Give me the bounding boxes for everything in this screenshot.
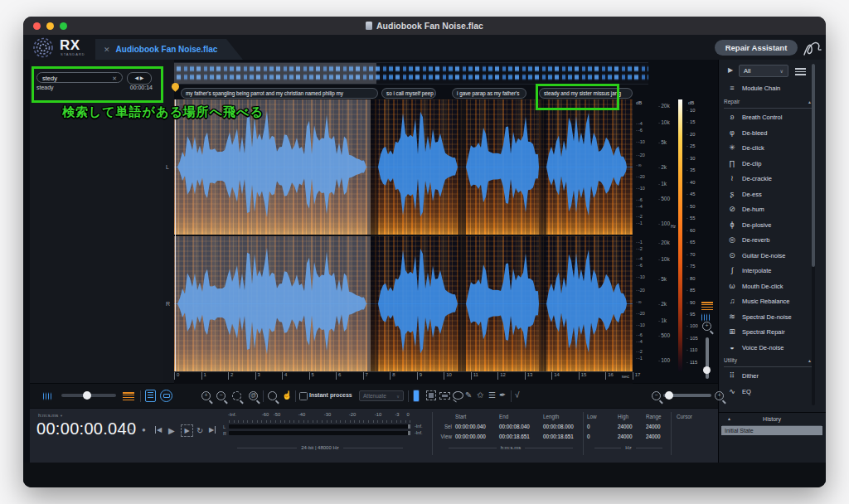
prev-result-icon[interactable]: ◀ (135, 75, 139, 80)
horizontal-zoom-slider[interactable] (663, 394, 711, 397)
spectrogram-view-icon[interactable] (701, 298, 712, 307)
module-item[interactable]: ♫Music Rebalance (719, 293, 817, 309)
skip-to-start-icon[interactable]: ◀ (155, 426, 162, 434)
meter-readout-left: -Inf. (415, 424, 422, 429)
time-ruler[interactable]: 01234567891011121314151617 sec (174, 371, 633, 384)
waveform-view-icon[interactable] (701, 310, 712, 318)
module-chain-item[interactable]: ≡Module Chain (719, 81, 817, 95)
magnify-tool-icon[interactable] (268, 391, 277, 400)
spectrogram-right-channel[interactable] (174, 236, 633, 371)
overview-selection[interactable] (170, 63, 376, 84)
time-format-select[interactable]: h:m:s.ms ▼ (38, 413, 63, 418)
module-item[interactable]: ⊘De-hum (719, 201, 817, 217)
selection-info-row: Sel 00:00:00.040 00:00:08.040 00:00:08.0… (434, 421, 583, 431)
search-clear-icon[interactable]: ✕ (112, 73, 117, 84)
module-icon: ◎ (725, 232, 739, 248)
module-item[interactable]: ʂDe-ess (719, 187, 817, 202)
module-item[interactable]: ∏De-clip (719, 156, 817, 172)
overview-minimap[interactable] (170, 62, 648, 85)
playhead[interactable] (175, 99, 176, 371)
module-item[interactable]: ωMouth De-click (719, 279, 817, 294)
skip-to-end-icon[interactable]: ▶ (209, 426, 216, 434)
brush-tool-icon[interactable]: ✎ (465, 390, 472, 400)
frequency-unit-label: Hz (590, 445, 667, 450)
time-selection-overlay[interactable] (174, 236, 371, 371)
signal-nodes-tool-icon[interactable]: √ (515, 390, 520, 400)
module-item[interactable]: ∫Interpolate (719, 263, 817, 279)
document-icon (366, 22, 372, 30)
module-panel-scrollbar[interactable] (812, 64, 815, 405)
module-item[interactable]: ≋Spectral De-noise (719, 309, 817, 325)
horizontal-zoom-out-icon[interactable]: − (652, 391, 661, 400)
transcript-caption[interactable]: so i call myself peep a (381, 88, 436, 99)
chevron-down-icon: ∨ (396, 391, 400, 401)
module-item[interactable]: ⊙Guitar De-noise (719, 248, 817, 264)
vertical-zoom-slider[interactable] (706, 337, 709, 379)
module-play-icon[interactable]: ▶ (728, 66, 733, 74)
file-tab[interactable]: ✕Audiobook Fan Noise.flac (95, 39, 243, 60)
app-name: RX (60, 37, 80, 54)
zoom-out-icon[interactable]: − (216, 391, 226, 400)
frequency-selection-tool[interactable] (439, 392, 450, 400)
module-item[interactable]: ⊞Spectral Repair (719, 324, 817, 340)
next-result-icon[interactable]: ▶ (140, 75, 144, 80)
search-prev-next-buttons[interactable]: ◀ ▶ (127, 72, 152, 85)
module-menu-icon[interactable] (795, 66, 806, 75)
zoom-selection-icon[interactable] (232, 391, 241, 400)
lasso-tool[interactable] (453, 391, 463, 400)
clip-list-icon[interactable] (145, 390, 156, 402)
zoom-fit-icon[interactable]: @ (249, 391, 258, 400)
time-frequency-selection-tool[interactable] (426, 390, 436, 400)
module-item[interactable]: ◎De-reverb (719, 232, 817, 248)
attenuate-select[interactable]: Attenuate∨ (359, 390, 404, 401)
status-bar: h:m:s.ms ▼ 00:00:00.040 ∩ ● ◀ ▶ ▶ ↻ ▶ -I… (30, 408, 718, 463)
playhead-time-display[interactable]: 00:00:00.040 (36, 419, 136, 439)
module-item[interactable]: ◒Voice De-noise (719, 340, 817, 356)
module-item[interactable]: ✳De-click (719, 140, 817, 156)
display-blend-slider[interactable] (61, 394, 116, 397)
time-selection-tool[interactable] (414, 390, 419, 401)
instant-process-checkbox[interactable] (299, 392, 308, 400)
transcript-caption[interactable]: steady and my sister missus jar g (539, 88, 633, 99)
module-item[interactable]: ∿EQ (719, 384, 817, 400)
amp-pen-tool-icon[interactable]: ✒ (499, 390, 506, 400)
result-time: 00:00:14 (130, 85, 153, 90)
loop-icon[interactable]: ↻ (196, 426, 203, 435)
repair-assistant-button[interactable]: Repair Assistant (715, 40, 798, 56)
search-result-row[interactable]: steady 00:00:14 (36, 85, 153, 93)
module-item[interactable]: ʚBreath Control (719, 109, 817, 125)
selection-info-table: Start End Length Sel 00:00:00.040 00:00:… (434, 411, 583, 441)
range-header: Range (646, 414, 671, 419)
zoom-in-icon[interactable]: + (201, 391, 211, 400)
transcript-caption[interactable]: i gave parap as my father's (452, 88, 526, 99)
play-selection-icon[interactable]: ▶ (181, 424, 193, 437)
signature-pen-icon[interactable] (802, 38, 823, 60)
comment-icon[interactable] (160, 390, 172, 402)
ruler-tick: 17 (633, 372, 660, 380)
module-item[interactable]: ⠿Dither (719, 368, 817, 384)
record-icon[interactable]: ● (142, 426, 146, 434)
utility-section-header[interactable]: Utility▲ (724, 356, 812, 367)
history-item[interactable]: Initial State (721, 426, 822, 435)
transcript-caption[interactable]: my father's spangling being parrot and m… (181, 88, 378, 99)
monitor-headphones-icon[interactable]: ∩ (128, 426, 133, 435)
repair-section-header[interactable]: Repair▲ (724, 98, 812, 109)
module-item[interactable]: ɸDe-plosive (719, 217, 817, 233)
spectrogram-display-icon[interactable] (123, 392, 134, 402)
waveform-display-icon[interactable] (43, 392, 53, 402)
search-input[interactable]: stedy ✕ (36, 72, 123, 83)
module-icon: ◒ (725, 340, 739, 356)
vertical-zoom-in-icon[interactable]: + (702, 322, 711, 331)
tab-close-icon[interactable]: ✕ (104, 46, 110, 54)
hand-tool-icon[interactable]: ☝ (282, 390, 292, 400)
module-icon: ɸ (725, 217, 739, 233)
module-item[interactable]: ≀De-crackle (719, 171, 817, 187)
freq-scale-left: 20k10k5k2k1k500100 (658, 99, 678, 235)
magic-wand-tool-icon[interactable]: ✩ (477, 390, 483, 400)
harmonics-tool-icon[interactable]: ☰ (488, 390, 496, 400)
module-filter-select[interactable]: All∨ (739, 65, 788, 77)
horizontal-zoom-in-icon[interactable]: + (715, 391, 724, 400)
play-icon[interactable]: ▶ (168, 426, 175, 435)
module-icon: φ (725, 125, 739, 141)
module-item[interactable]: φDe-bleed (719, 125, 817, 141)
